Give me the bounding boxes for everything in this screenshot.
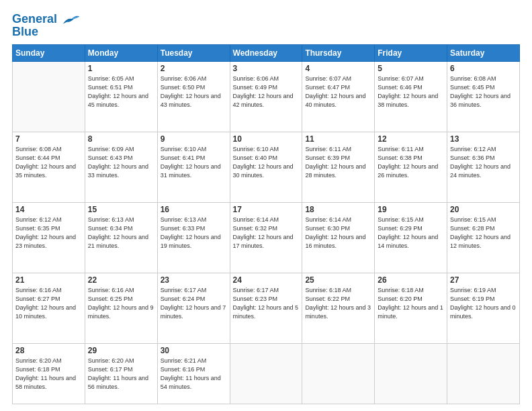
- weekday-header-thursday: Thursday: [302, 45, 375, 62]
- calendar-cell: 10Sunrise: 6:10 AMSunset: 6:40 PMDayligh…: [230, 132, 302, 203]
- calendar-cell: 23Sunrise: 6:17 AMSunset: 6:24 PMDayligh…: [157, 273, 230, 344]
- weekday-header-saturday: Saturday: [447, 45, 520, 62]
- day-info: Sunrise: 6:13 AMSunset: 6:33 PMDaylight:…: [161, 216, 227, 250]
- calendar-cell: 2Sunrise: 6:06 AMSunset: 6:50 PMDaylight…: [157, 62, 230, 132]
- day-info: Sunrise: 6:16 AMSunset: 6:27 PMDaylight:…: [15, 286, 82, 321]
- day-number: 9: [161, 134, 227, 144]
- calendar-cell: [447, 344, 520, 404]
- calendar-cell: 6Sunrise: 6:08 AMSunset: 6:45 PMDaylight…: [447, 62, 520, 132]
- day-info: Sunrise: 6:08 AMSunset: 6:45 PMDaylight:…: [450, 75, 517, 109]
- weekday-header-wednesday: Wednesday: [230, 45, 302, 62]
- day-number: 29: [88, 346, 154, 355]
- day-info: Sunrise: 6:20 AMSunset: 6:18 PMDaylight:…: [15, 357, 82, 392]
- calendar-cell: 12Sunrise: 6:11 AMSunset: 6:38 PMDayligh…: [375, 132, 447, 203]
- calendar-cell: 24Sunrise: 6:17 AMSunset: 6:23 PMDayligh…: [230, 273, 302, 344]
- day-number: 27: [450, 275, 517, 285]
- day-number: 26: [378, 275, 444, 285]
- day-number: 30: [161, 346, 227, 355]
- calendar-cell: 7Sunrise: 6:08 AMSunset: 6:44 PMDaylight…: [13, 132, 85, 203]
- weekday-header-sunday: Sunday: [13, 45, 85, 62]
- calendar-header-row: SundayMondayTuesdayWednesdayThursdayFrid…: [13, 45, 520, 62]
- day-number: 28: [15, 346, 82, 355]
- day-number: 5: [378, 64, 444, 73]
- day-number: 23: [161, 275, 227, 285]
- day-number: 18: [305, 205, 371, 214]
- calendar-cell: 20Sunrise: 6:15 AMSunset: 6:28 PMDayligh…: [447, 203, 520, 273]
- day-number: 22: [88, 275, 154, 285]
- calendar-cell: [302, 344, 375, 404]
- calendar-week-3: 14Sunrise: 6:12 AMSunset: 6:35 PMDayligh…: [13, 203, 520, 273]
- day-number: 12: [378, 134, 444, 144]
- calendar-cell: 30Sunrise: 6:21 AMSunset: 6:16 PMDayligh…: [157, 344, 230, 404]
- calendar-cell: [230, 344, 302, 404]
- calendar-table: SundayMondayTuesdayWednesdayThursdayFrid…: [12, 44, 520, 404]
- day-number: 24: [233, 275, 300, 285]
- calendar-week-2: 7Sunrise: 6:08 AMSunset: 6:44 PMDaylight…: [13, 132, 520, 203]
- day-info: Sunrise: 6:15 AMSunset: 6:29 PMDaylight:…: [378, 216, 444, 250]
- calendar-cell: 9Sunrise: 6:10 AMSunset: 6:41 PMDaylight…: [157, 132, 230, 203]
- day-info: Sunrise: 6:12 AMSunset: 6:36 PMDaylight:…: [450, 145, 517, 180]
- day-number: 19: [378, 205, 444, 214]
- calendar-cell: 17Sunrise: 6:14 AMSunset: 6:32 PMDayligh…: [230, 203, 302, 273]
- calendar-cell: 8Sunrise: 6:09 AMSunset: 6:43 PMDaylight…: [85, 132, 157, 203]
- day-number: 15: [88, 205, 154, 214]
- calendar-cell: [375, 344, 447, 404]
- calendar-cell: 1Sunrise: 6:05 AMSunset: 6:51 PMDaylight…: [85, 62, 157, 132]
- calendar-cell: 28Sunrise: 6:20 AMSunset: 6:18 PMDayligh…: [13, 344, 85, 404]
- day-info: Sunrise: 6:11 AMSunset: 6:38 PMDaylight:…: [378, 145, 444, 180]
- day-number: 20: [450, 205, 517, 214]
- calendar-cell: 21Sunrise: 6:16 AMSunset: 6:27 PMDayligh…: [13, 273, 85, 344]
- day-number: 2: [161, 64, 227, 73]
- day-number: 17: [233, 205, 300, 214]
- calendar-cell: 4Sunrise: 6:07 AMSunset: 6:47 PMDaylight…: [302, 62, 375, 132]
- day-info: Sunrise: 6:06 AMSunset: 6:49 PMDaylight:…: [233, 75, 300, 109]
- day-number: 25: [305, 275, 371, 285]
- day-number: 8: [88, 134, 154, 144]
- day-info: Sunrise: 6:07 AMSunset: 6:46 PMDaylight:…: [378, 75, 444, 109]
- logo-blue: Blue: [12, 26, 81, 38]
- day-number: 11: [305, 134, 371, 144]
- header: General Blue: [12, 12, 520, 38]
- day-info: Sunrise: 6:05 AMSunset: 6:51 PMDaylight:…: [88, 75, 154, 109]
- calendar-cell: 13Sunrise: 6:12 AMSunset: 6:36 PMDayligh…: [447, 132, 520, 203]
- day-info: Sunrise: 6:18 AMSunset: 6:22 PMDaylight:…: [305, 286, 371, 321]
- day-info: Sunrise: 6:06 AMSunset: 6:50 PMDaylight:…: [161, 75, 227, 109]
- day-number: 16: [161, 205, 227, 214]
- calendar-cell: 27Sunrise: 6:19 AMSunset: 6:19 PMDayligh…: [447, 273, 520, 344]
- calendar-cell: 29Sunrise: 6:20 AMSunset: 6:17 PMDayligh…: [85, 344, 157, 404]
- logo: General Blue: [12, 12, 81, 38]
- calendar-cell: 26Sunrise: 6:18 AMSunset: 6:20 PMDayligh…: [375, 273, 447, 344]
- calendar-cell: 14Sunrise: 6:12 AMSunset: 6:35 PMDayligh…: [13, 203, 85, 273]
- day-info: Sunrise: 6:17 AMSunset: 6:24 PMDaylight:…: [161, 286, 227, 321]
- day-number: 14: [15, 205, 82, 214]
- day-number: 13: [450, 134, 517, 144]
- calendar-cell: 22Sunrise: 6:16 AMSunset: 6:25 PMDayligh…: [85, 273, 157, 344]
- day-info: Sunrise: 6:16 AMSunset: 6:25 PMDaylight:…: [88, 286, 154, 321]
- day-number: 1: [88, 64, 154, 73]
- day-info: Sunrise: 6:10 AMSunset: 6:40 PMDaylight:…: [233, 145, 300, 180]
- day-info: Sunrise: 6:11 AMSunset: 6:39 PMDaylight:…: [305, 145, 371, 180]
- day-info: Sunrise: 6:21 AMSunset: 6:16 PMDaylight:…: [161, 357, 227, 392]
- day-info: Sunrise: 6:14 AMSunset: 6:32 PMDaylight:…: [233, 216, 300, 250]
- day-info: Sunrise: 6:09 AMSunset: 6:43 PMDaylight:…: [88, 145, 154, 180]
- day-number: 4: [305, 64, 371, 73]
- calendar-cell: 3Sunrise: 6:06 AMSunset: 6:49 PMDaylight…: [230, 62, 302, 132]
- day-number: 6: [450, 64, 517, 73]
- weekday-header-friday: Friday: [375, 45, 447, 62]
- page: General Blue SundayMondayTuesdayWednesda…: [0, 0, 532, 411]
- calendar-week-4: 21Sunrise: 6:16 AMSunset: 6:27 PMDayligh…: [13, 273, 520, 344]
- calendar-week-1: 1Sunrise: 6:05 AMSunset: 6:51 PMDaylight…: [13, 62, 520, 132]
- day-info: Sunrise: 6:18 AMSunset: 6:20 PMDaylight:…: [378, 286, 444, 321]
- calendar-cell: 16Sunrise: 6:13 AMSunset: 6:33 PMDayligh…: [157, 203, 230, 273]
- day-info: Sunrise: 6:17 AMSunset: 6:23 PMDaylight:…: [233, 286, 300, 321]
- day-number: 21: [15, 275, 82, 285]
- calendar-cell: 15Sunrise: 6:13 AMSunset: 6:34 PMDayligh…: [85, 203, 157, 273]
- day-info: Sunrise: 6:08 AMSunset: 6:44 PMDaylight:…: [15, 145, 82, 180]
- calendar-week-5: 28Sunrise: 6:20 AMSunset: 6:18 PMDayligh…: [13, 344, 520, 404]
- day-info: Sunrise: 6:19 AMSunset: 6:19 PMDaylight:…: [450, 286, 517, 321]
- calendar-cell: 18Sunrise: 6:14 AMSunset: 6:30 PMDayligh…: [302, 203, 375, 273]
- calendar-cell: 5Sunrise: 6:07 AMSunset: 6:46 PMDaylight…: [375, 62, 447, 132]
- day-info: Sunrise: 6:13 AMSunset: 6:34 PMDaylight:…: [88, 216, 154, 250]
- logo-bird-icon: [62, 12, 81, 27]
- day-info: Sunrise: 6:20 AMSunset: 6:17 PMDaylight:…: [88, 357, 154, 392]
